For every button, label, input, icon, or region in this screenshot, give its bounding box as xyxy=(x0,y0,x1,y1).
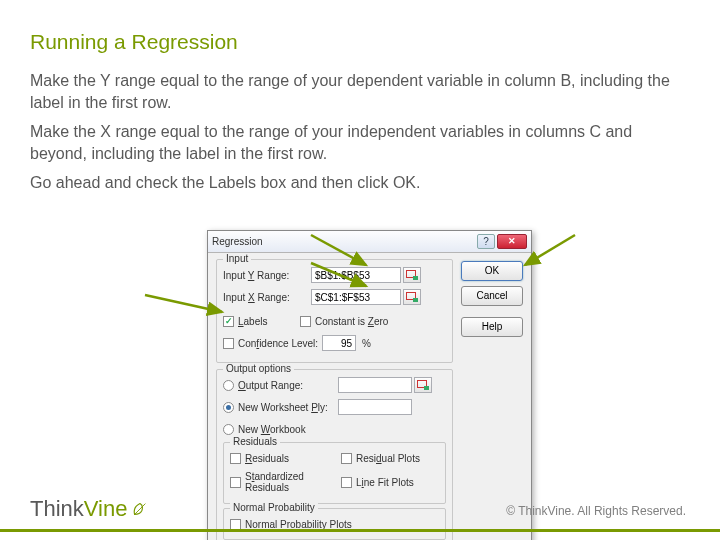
residuals-label: Residuals xyxy=(245,453,341,464)
output-group-label: Output options xyxy=(223,363,294,374)
output-range-input[interactable] xyxy=(338,377,412,393)
residuals-group: Residuals Residuals Residual Plots Stand… xyxy=(223,442,446,504)
confidence-label: Confidence Level: xyxy=(238,338,322,349)
line-fit-checkbox[interactable] xyxy=(341,477,352,488)
x-range-ref-button[interactable] xyxy=(403,289,421,305)
output-range-radio[interactable] xyxy=(223,380,234,391)
output-range-ref-button[interactable] xyxy=(414,377,432,393)
copyright-text: © ThinkVine. All Rights Reserved. xyxy=(506,504,686,518)
normal-prob-checkbox[interactable] xyxy=(230,519,241,530)
labels-checkbox[interactable]: ✓ xyxy=(223,316,234,327)
body-paragraph: Make the X range equal to the range of y… xyxy=(30,121,690,164)
close-button[interactable]: ✕ xyxy=(497,234,527,249)
confidence-input[interactable] xyxy=(322,335,356,351)
line-fit-label: Line Fit Plots xyxy=(356,477,414,488)
residual-plots-checkbox[interactable] xyxy=(341,453,352,464)
labels-label: Labels xyxy=(238,316,300,327)
output-range-label: Output Range: xyxy=(238,380,338,391)
normal-prob-group-label: Normal Probability xyxy=(230,502,318,513)
cancel-button[interactable]: Cancel xyxy=(461,286,523,306)
footer-divider xyxy=(0,529,720,532)
dialog-titlebar[interactable]: Regression ? ✕ xyxy=(208,231,531,253)
new-worksheet-radio[interactable] xyxy=(223,402,234,413)
residuals-group-label: Residuals xyxy=(230,436,280,447)
output-group: Output options Output Range: New Workshe… xyxy=(216,369,453,540)
y-range-label: Input Y Range: xyxy=(223,270,311,281)
svg-line-3 xyxy=(525,235,575,265)
x-range-label: Input X Range: xyxy=(223,292,311,303)
normal-prob-label: Normal Probability Plots xyxy=(245,519,352,530)
std-residuals-label: Standardized Residuals xyxy=(245,471,341,493)
body-paragraph: Make the Y range equal to the range of y… xyxy=(30,70,690,113)
help-titlebar-button[interactable]: ? xyxy=(477,234,495,249)
leaf-icon xyxy=(131,500,149,518)
normal-prob-group: Normal Probability Normal Probability Pl… xyxy=(223,508,446,540)
constant-zero-checkbox[interactable] xyxy=(300,316,311,327)
body-paragraph: Go ahead and check the Labels box and th… xyxy=(30,172,690,194)
x-range-input[interactable] xyxy=(311,289,401,305)
new-workbook-label: New Workbook xyxy=(238,424,306,435)
y-range-ref-button[interactable] xyxy=(403,267,421,283)
std-residuals-checkbox[interactable] xyxy=(230,477,241,488)
residuals-checkbox[interactable] xyxy=(230,453,241,464)
ok-button[interactable]: OK xyxy=(461,261,523,281)
percent-label: % xyxy=(362,338,371,349)
dialog-title: Regression xyxy=(212,236,477,247)
constant-zero-label: Constant is Zero xyxy=(315,316,388,327)
logo-text: ThinkVine xyxy=(30,496,127,522)
slide-title: Running a Regression xyxy=(30,30,690,54)
new-worksheet-input[interactable] xyxy=(338,399,412,415)
regression-dialog: Regression ? ✕ Input Input Y Range: Inpu… xyxy=(207,230,532,540)
confidence-checkbox[interactable] xyxy=(223,338,234,349)
input-group-label: Input xyxy=(223,253,251,264)
new-workbook-radio[interactable] xyxy=(223,424,234,435)
input-group: Input Input Y Range: Input X Range: ✓ La… xyxy=(216,259,453,363)
help-button[interactable]: Help xyxy=(461,317,523,337)
y-range-input[interactable] xyxy=(311,267,401,283)
logo: ThinkVine xyxy=(30,496,149,522)
new-worksheet-label: New Worksheet Ply: xyxy=(238,402,338,413)
residual-plots-label: Residual Plots xyxy=(356,453,420,464)
